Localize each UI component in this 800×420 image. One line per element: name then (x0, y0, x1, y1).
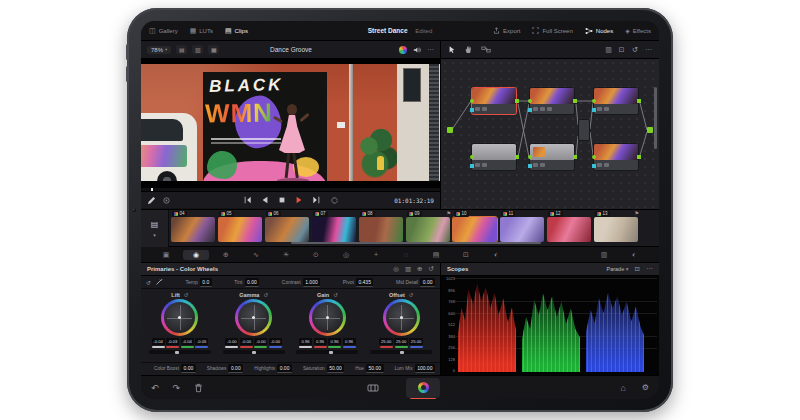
stop-button[interactable] (278, 196, 286, 204)
offset-wheel-control[interactable] (383, 299, 420, 336)
viewer-canvas[interactable]: BLACK WMN (141, 59, 440, 187)
color-boost-value[interactable]: 0.00 (181, 364, 196, 373)
tab-luts[interactable]: ▦ LUTs (190, 27, 213, 35)
effects-button[interactable]: ◈ Effects (625, 27, 651, 34)
tool-nodes-icon[interactable]: ▣ (151, 251, 181, 259)
corrector-node-06[interactable] (593, 143, 639, 171)
gain-green-value[interactable]: 0.96 (328, 338, 341, 348)
lift-reset-icon[interactable]: ↺ (184, 292, 189, 298)
corrector-node-01-selected[interactable] (471, 87, 517, 115)
tool-tracker-icon[interactable]: + (361, 251, 391, 258)
offset-red-value[interactable]: 25.00 (379, 338, 392, 348)
zoom-in-icon[interactable]: ⊕ (417, 265, 422, 273)
tool-sizing-icon[interactable]: ⊡ (451, 251, 481, 259)
gain-red-value[interactable]: 0.96 (314, 338, 327, 348)
tool-key-icon[interactable]: ▤ (421, 251, 451, 259)
hue-value[interactable]: 50.00 (366, 364, 384, 373)
nodes-button[interactable]: Nodes (585, 27, 613, 35)
gamma-master-value[interactable]: -0.00 (225, 338, 238, 348)
corrector-node-03[interactable] (593, 87, 639, 115)
node-graph-scrollbar[interactable] (654, 87, 657, 149)
clip-13[interactable]: 13⚑ (594, 217, 638, 242)
gain-blue-value[interactable]: 0.96 (343, 338, 356, 348)
play-reverse-button[interactable] (261, 196, 269, 204)
offset-blue-value[interactable]: 25.00 (409, 338, 422, 348)
tool-lightbox-icon[interactable]: ▥ (589, 251, 619, 259)
home-button[interactable]: ⌂ (620, 383, 625, 393)
tool-wipe-icon[interactable]: ◐ (619, 251, 649, 258)
gamma-master-slider[interactable] (223, 350, 285, 354)
grade-settings-icon[interactable] (162, 196, 171, 205)
gamma-blue-value[interactable]: -0.00 (269, 338, 282, 348)
clip-06[interactable]: 06 (265, 217, 309, 242)
cut-page-button[interactable] (356, 378, 390, 398)
clip-11[interactable]: 11 (500, 217, 544, 242)
tab-clips[interactable]: ▤ Clips (225, 27, 248, 35)
temp-value[interactable]: 0.0 (200, 278, 212, 287)
lift-red-value[interactable]: -0.03 (166, 338, 179, 348)
node-thumbnails-icon[interactable]: ⊡ (619, 46, 625, 54)
color-page-button[interactable] (406, 378, 440, 398)
lift-green-value[interactable]: -0.04 (181, 338, 194, 348)
target-icon[interactable]: ◎ (393, 265, 399, 273)
tint-value[interactable]: 0.00 (245, 278, 260, 287)
tool-zoom-icon[interactable]: ⊕ (211, 251, 241, 259)
play-button[interactable] (295, 196, 303, 204)
clip-10-selected[interactable]: 10 (453, 217, 497, 242)
tab-gallery[interactable]: ◫ Gallery (149, 27, 178, 35)
scope-more-icon[interactable]: ⋯ (646, 265, 653, 273)
node-graph[interactable] (441, 59, 659, 209)
offset-reset-icon[interactable]: ↺ (409, 292, 414, 298)
skip-forward-button[interactable] (312, 196, 321, 204)
lift-blue-value[interactable]: -0.05 (195, 338, 208, 348)
gain-master-value[interactable]: 0.96 (299, 338, 312, 348)
delete-button[interactable] (194, 383, 203, 393)
clip-filter-caret-icon[interactable]: ▾ (153, 232, 156, 238)
gain-wheel-control[interactable] (309, 299, 346, 336)
add-node-icon[interactable] (481, 45, 491, 54)
offset-master-slider[interactable] (370, 350, 432, 354)
tool-qualifier-icon[interactable]: ⊙ (301, 251, 331, 259)
gamma-reset-icon[interactable]: ↺ (263, 292, 268, 298)
full-screen-button[interactable]: Full Screen (532, 27, 572, 34)
tool-curves-icon[interactable]: ∿ (241, 251, 271, 259)
scope-expand-icon[interactable]: ⊡ (635, 265, 640, 273)
grade-indicator-icon[interactable] (399, 46, 407, 54)
settings-button[interactable]: ⚙ (642, 383, 649, 392)
clip-12[interactable]: 12 (547, 217, 591, 242)
node-output-port[interactable] (647, 127, 653, 133)
viewer-zoom-dropdown[interactable]: 78% ▾ (147, 46, 171, 54)
clip-07[interactable]: 07 (312, 217, 356, 242)
tool-blur-icon[interactable]: ◌ (391, 251, 421, 258)
gain-reset-icon[interactable]: ↺ (333, 292, 338, 298)
audio-icon[interactable] (413, 46, 421, 54)
clip-08[interactable]: 08 (359, 217, 403, 242)
highlights-value[interactable]: 0.00 (277, 364, 292, 373)
lum-mix-value[interactable]: 100.00 (415, 364, 435, 373)
tool-color-wheels-icon[interactable]: ◉ (183, 250, 209, 260)
corrector-node-05[interactable] (529, 143, 575, 171)
clip-05[interactable]: 05 (218, 217, 262, 242)
bars-view-icon[interactable]: ▥ (405, 265, 411, 273)
node-more-icon[interactable]: ⋯ (645, 46, 652, 54)
auto-color-wand-icon[interactable] (155, 278, 163, 286)
gamma-wheel-control[interactable] (235, 299, 272, 336)
saturation-value[interactable]: 50.00 (327, 364, 345, 373)
gamma-green-value[interactable]: -0.00 (254, 338, 267, 348)
reset-all-icon[interactable]: ↺ (146, 279, 151, 286)
source-input-port[interactable] (447, 127, 453, 133)
pan-hand-icon[interactable] (464, 45, 473, 54)
edit-pencil-icon[interactable] (147, 196, 156, 205)
tool-stabilizer-icon[interactable]: ◐ (481, 251, 511, 258)
history-icon[interactable]: ↺ (632, 45, 638, 54)
mid-detail-value[interactable]: 0.00 (420, 278, 435, 287)
clip-04[interactable]: 04 (171, 217, 215, 242)
skip-back-button[interactable] (243, 196, 252, 204)
lift-wheel-control[interactable] (161, 299, 198, 336)
contrast-value[interactable]: 1.000 (303, 278, 321, 287)
offset-green-value[interactable]: 25.00 (394, 338, 407, 348)
layer-mixer-node[interactable] (578, 119, 590, 141)
clip-filter-icon[interactable]: ▤ (151, 220, 159, 229)
pointer-tool-icon[interactable] (448, 45, 456, 54)
undo-button[interactable]: ↶ (151, 383, 159, 393)
